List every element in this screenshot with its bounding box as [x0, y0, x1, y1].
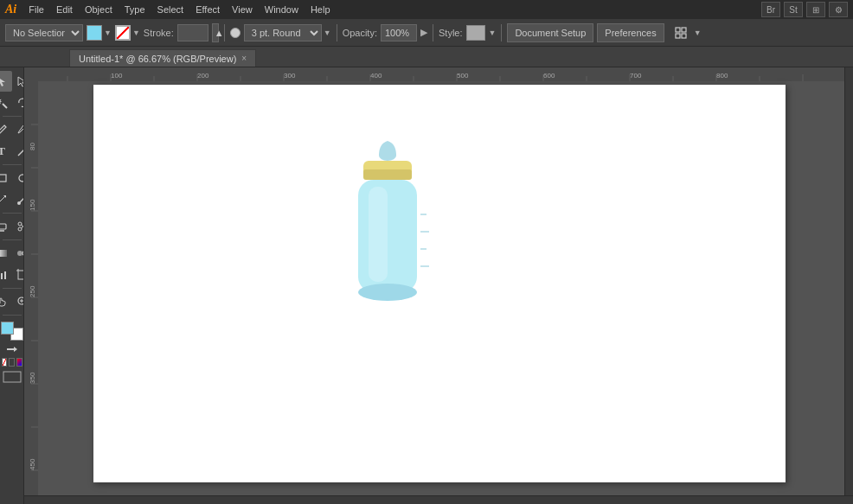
- ruler-top: 100 200 300 400 500 600 700 800: [24, 67, 853, 81]
- stroke-dropdown-arrow[interactable]: ▼: [132, 29, 140, 37]
- svg-rect-10: [0, 175, 6, 182]
- scale-pencil-row: [0, 189, 24, 210]
- column-graph-row: [0, 265, 24, 285]
- menu-file[interactable]: File: [23, 3, 49, 16]
- gradient-color-icon[interactable]: [16, 358, 22, 367]
- canvas-area: 100 200 300 400 500 600 700 800: [24, 67, 853, 504]
- foreground-color-box[interactable]: [1, 322, 14, 335]
- paintbrush-tool[interactable]: [12, 189, 25, 210]
- fill-dropdown-arrow[interactable]: ▼: [104, 29, 112, 37]
- arrange-icon[interactable]: [671, 23, 690, 42]
- direct-selection-tool[interactable]: [12, 71, 25, 92]
- style-swatch[interactable]: [466, 25, 485, 41]
- swap-colors-icon[interactable]: [6, 346, 18, 354]
- svg-rect-16: [0, 224, 6, 229]
- eraser-scissors-row: [0, 216, 24, 237]
- scale-tool[interactable]: [0, 189, 12, 210]
- selection-dropdown[interactable]: No Selection: [5, 24, 83, 41]
- svg-rect-22: [0, 250, 7, 257]
- stroke-swatch[interactable]: [115, 25, 131, 41]
- blend-tool[interactable]: [12, 243, 25, 264]
- rect-rotate-row: [0, 168, 24, 188]
- menu-type[interactable]: Type: [119, 3, 151, 16]
- search-menu-icon[interactable]: ⚙: [829, 2, 848, 17]
- menu-view[interactable]: View: [227, 3, 258, 16]
- selection-tool[interactable]: [0, 71, 12, 92]
- svg-point-15: [17, 201, 21, 205]
- magic-wand-tool[interactable]: [0, 93, 12, 113]
- zoom-tool[interactable]: [12, 291, 25, 312]
- menu-effect[interactable]: Effect: [190, 3, 225, 16]
- divider-2: [337, 24, 337, 41]
- opacity-expand-arrow[interactable]: ▶: [420, 27, 427, 38]
- options-toolbar: No Selection ▼ ▼ Stroke: ▲ 3 pt. Round ▼…: [0, 19, 853, 47]
- style-dropdown-arrow[interactable]: ▼: [489, 29, 497, 37]
- rect-tool[interactable]: [0, 168, 12, 188]
- svg-rect-2: [676, 34, 680, 38]
- menu-select[interactable]: Select: [152, 3, 189, 16]
- svg-rect-3: [682, 34, 686, 38]
- wand-lasso-row: [0, 93, 24, 113]
- svg-point-23: [17, 251, 22, 256]
- opacity-input[interactable]: [381, 24, 417, 41]
- stroke-width-input[interactable]: [177, 24, 208, 41]
- svg-text:450: 450: [29, 458, 36, 470]
- workspace-icon[interactable]: ⊞: [806, 2, 825, 17]
- preferences-button[interactable]: Preferences: [597, 23, 664, 42]
- stroke-label: Stroke:: [144, 28, 174, 38]
- artboard-tool[interactable]: [12, 265, 25, 285]
- default-colors-icon[interactable]: [2, 358, 8, 367]
- left-toolbar: + T: [0, 67, 24, 504]
- vertical-scrollbar[interactable]: [844, 67, 853, 495]
- change-screen-mode-btn[interactable]: [3, 371, 22, 385]
- menu-object[interactable]: Object: [80, 3, 118, 16]
- pen-tool[interactable]: [0, 119, 12, 140]
- tool-sep-2: [3, 164, 22, 165]
- brush-size-select[interactable]: 3 pt. Round: [244, 24, 322, 41]
- symbol-spray-tool[interactable]: [0, 265, 12, 285]
- svg-text:300: 300: [284, 72, 296, 80]
- svg-marker-5: [18, 77, 25, 86]
- hand-tool[interactable]: [0, 291, 12, 312]
- main-layout: + T: [0, 67, 853, 504]
- svg-marker-7: [0, 98, 2, 105]
- svg-point-85: [358, 284, 417, 301]
- horizontal-scrollbar[interactable]: [24, 495, 853, 504]
- tab-close-button[interactable]: ×: [241, 54, 247, 63]
- svg-text:600: 600: [543, 72, 555, 80]
- menu-help[interactable]: Help: [305, 3, 336, 16]
- lasso-tool[interactable]: [12, 93, 25, 113]
- ruler-left: 80 150 250 350 450: [24, 81, 38, 504]
- eraser-tool[interactable]: [0, 216, 12, 237]
- style-label: Style:: [439, 28, 463, 38]
- scissors-tool[interactable]: [12, 216, 25, 237]
- pen-row: +: [0, 119, 24, 140]
- stroke-area: ▼: [115, 25, 140, 41]
- fill-color-swatch[interactable]: [87, 25, 102, 41]
- menu-window[interactable]: Window: [260, 3, 304, 16]
- bridge-icon[interactable]: Br: [761, 2, 780, 17]
- stock-icon[interactable]: St: [784, 2, 803, 17]
- menu-edit[interactable]: Edit: [51, 3, 78, 16]
- gradient-tool[interactable]: [0, 243, 12, 264]
- active-tab[interactable]: Untitled-1* @ 66.67% (RGB/Preview) ×: [69, 49, 256, 67]
- arrange-dropdown-arrow[interactable]: ▼: [694, 29, 702, 37]
- none-color-icon[interactable]: [9, 358, 15, 367]
- svg-text:500: 500: [457, 72, 469, 80]
- svg-text:250: 250: [29, 285, 36, 297]
- svg-rect-37: [24, 67, 853, 81]
- tabbar: Untitled-1* @ 66.67% (RGB/Preview) ×: [0, 47, 853, 67]
- color-swatches-area: [1, 320, 23, 342]
- add-anchor-tool[interactable]: +: [12, 119, 25, 140]
- menubar: Ai File Edit Object Type Select Effect V…: [0, 0, 853, 19]
- type-tool[interactable]: T: [0, 141, 12, 162]
- stroke-up-btn[interactable]: ▲: [212, 23, 219, 42]
- app-logo: Ai: [5, 3, 16, 16]
- rotate-tool[interactable]: [12, 168, 25, 188]
- brush-dropdown-arrow[interactable]: ▼: [324, 29, 331, 37]
- bottle-illustration: [318, 137, 457, 354]
- document-setup-button[interactable]: Document Setup: [507, 23, 593, 42]
- line-tool[interactable]: [12, 141, 25, 162]
- svg-text:350: 350: [29, 372, 36, 384]
- baby-bottle-svg: [318, 137, 457, 353]
